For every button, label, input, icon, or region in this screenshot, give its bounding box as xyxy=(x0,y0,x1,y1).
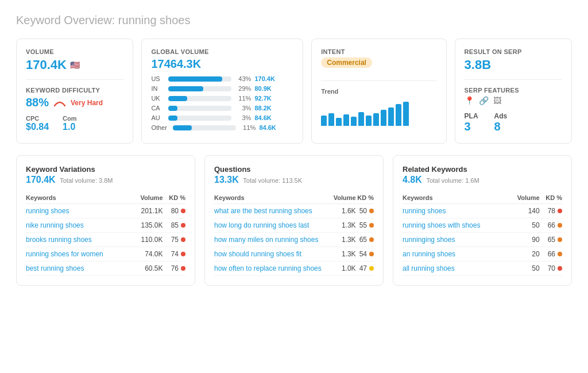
serp-result-label: Result on SERP xyxy=(465,48,562,55)
kd-difficulty: Very Hard xyxy=(71,99,103,107)
kw-kd: 85 xyxy=(163,218,185,233)
serp-features-icons: 📍 🔗 🖼 xyxy=(465,96,562,105)
kw-volume: 1.3K xyxy=(331,218,356,233)
serp-features-label: SERP Features xyxy=(465,87,562,94)
global-label: Global Volume xyxy=(151,48,293,55)
table-row: best running shoes 60.5K 76 xyxy=(26,262,185,276)
trend-bar xyxy=(343,114,349,126)
pla-value: 3 xyxy=(465,120,478,133)
kw-link[interactable]: how many miles on running shoes xyxy=(214,236,318,244)
trend-bar xyxy=(328,113,334,126)
kw-volume: 201.1K xyxy=(132,204,163,218)
global-value: 17464.3K xyxy=(151,57,293,71)
rk-total-vol: Total volume: 1.6M xyxy=(426,177,479,184)
kw-link[interactable]: brooks running shoes xyxy=(26,236,92,244)
kw-link[interactable]: how often to replace running shoes xyxy=(214,264,322,272)
kw-link[interactable]: an running shoes xyxy=(403,250,455,258)
kd-dot-icon xyxy=(181,252,185,256)
rk-col-kd: KD % xyxy=(540,192,562,204)
kd-dot-icon xyxy=(558,223,562,228)
kd-dot-icon xyxy=(369,237,374,242)
kw-kd: 65 xyxy=(540,233,562,247)
questions-panel: Questions 13.3K Total volume: 113.5K Key… xyxy=(204,155,384,286)
ads-label: Ads xyxy=(494,112,508,120)
table-row: all running shoes 50 70 xyxy=(403,262,562,276)
kw-link[interactable]: running shoes for women xyxy=(26,250,103,258)
kw-link[interactable]: running shoes xyxy=(403,207,446,215)
bottom-section: Keyword Variations 170.4K Total volume: … xyxy=(16,155,572,286)
kw-link[interactable]: runninging shoes xyxy=(403,236,455,244)
kw-link[interactable]: how should running shoes fit xyxy=(214,250,301,258)
trend-bar xyxy=(403,102,409,126)
kw-volume: 74.0K xyxy=(132,247,163,262)
volume-value: 170.4K xyxy=(26,57,67,72)
q-stats: 13.3K Total volume: 113.5K xyxy=(214,175,374,185)
volume-card: Volume 170.4K 🇺🇸 Keyword Difficulty 88% … xyxy=(16,39,133,144)
rk-col-keywords: Keywords xyxy=(403,192,509,204)
kw-kd: 55 xyxy=(356,218,374,233)
table-row: running shoes 201.1K 80 xyxy=(26,204,185,218)
trend-bar xyxy=(336,118,342,126)
kw-kd: 74 xyxy=(163,247,185,262)
related-keywords-panel: Related Keywords 4.8K Total volume: 1.6M… xyxy=(393,155,572,286)
kw-link[interactable]: nike running shoes xyxy=(26,221,84,229)
kd-dot-icon xyxy=(181,266,185,271)
location-icon: 📍 xyxy=(465,96,474,105)
kw-link[interactable]: running shoes xyxy=(26,207,69,215)
page-title: Keyword Overview: running shoes xyxy=(16,14,572,27)
image-icon: 🖼 xyxy=(493,96,501,105)
table-row: what are the best running shoes 1.6K 50 xyxy=(214,204,374,218)
kv-main-val: 170.4K xyxy=(26,175,56,184)
kd-dot-icon xyxy=(369,223,374,228)
gv-row-uk: UK 11% 92.7K xyxy=(151,95,293,102)
q-col-volume: Volume xyxy=(331,192,356,204)
page-title-static: Keyword Overview: xyxy=(16,14,115,26)
kd-dot-icon xyxy=(369,266,374,271)
kw-volume: 135.0K xyxy=(132,218,163,233)
trend-chart xyxy=(321,98,436,126)
serp-card: Result on SERP 3.8B SERP Features 📍 🔗 🖼 … xyxy=(455,39,572,144)
kw-link[interactable]: running shoes with shoes xyxy=(403,221,480,229)
kw-volume: 50 xyxy=(509,218,539,233)
global-volume-card: Global Volume 17464.3K US 43% 170.4K IN … xyxy=(141,39,303,144)
table-row: runninging shoes 90 65 xyxy=(403,233,562,247)
com-value: 1.0 xyxy=(63,122,76,132)
kd-dot-icon xyxy=(558,266,562,271)
kw-kd: 80 xyxy=(163,204,185,218)
intent-badge: Commercial xyxy=(321,57,372,68)
kw-volume: 1.3K xyxy=(331,247,356,262)
kw-volume: 60.5K xyxy=(132,262,163,276)
kv-col-kd: KD % xyxy=(163,192,185,204)
kw-link[interactable]: best running shoes xyxy=(26,264,84,272)
kv-col-keywords: Keywords xyxy=(26,192,132,204)
intent-label: Intent xyxy=(321,48,436,55)
kd-dot-icon xyxy=(181,209,185,213)
kd-dot-icon xyxy=(558,252,562,256)
rk-stats: 4.8K Total volume: 1.6M xyxy=(403,175,562,185)
kw-kd: 66 xyxy=(540,247,562,262)
intent-card: Intent Commercial Trend xyxy=(311,39,446,144)
table-row: how long do running shoes last 1.3K 55 xyxy=(214,218,374,233)
page-keyword: running shoes xyxy=(118,14,191,26)
kd-dot-icon xyxy=(369,209,374,213)
q-panel-title: Questions xyxy=(214,165,374,174)
pla-item: PLA 3 xyxy=(465,112,478,133)
kw-volume: 140 xyxy=(509,204,539,218)
pla-label: PLA xyxy=(465,112,478,120)
table-row: how often to replace running shoes 1.0K … xyxy=(214,262,374,276)
link-icon: 🔗 xyxy=(479,96,489,105)
kw-kd: 70 xyxy=(540,262,562,276)
table-row: brooks running shoes 110.0K 75 xyxy=(26,233,185,247)
q-total-vol: Total volume: 113.5K xyxy=(243,177,302,184)
us-flag: 🇺🇸 xyxy=(70,60,80,70)
kw-link[interactable]: what are the best running shoes xyxy=(214,207,312,215)
volume-label: Volume xyxy=(26,48,123,55)
kd-arc-icon xyxy=(53,99,66,107)
kw-link[interactable]: all running shoes xyxy=(403,264,455,272)
kw-link[interactable]: how long do running shoes last xyxy=(214,221,309,229)
kw-kd: 66 xyxy=(540,218,562,233)
page-wrapper: Keyword Overview: running shoes Volume 1… xyxy=(0,0,588,373)
top-cards-row: Volume 170.4K 🇺🇸 Keyword Difficulty 88% … xyxy=(16,39,572,144)
trend-label: Trend xyxy=(321,88,436,95)
kw-volume: 110.0K xyxy=(132,233,163,247)
